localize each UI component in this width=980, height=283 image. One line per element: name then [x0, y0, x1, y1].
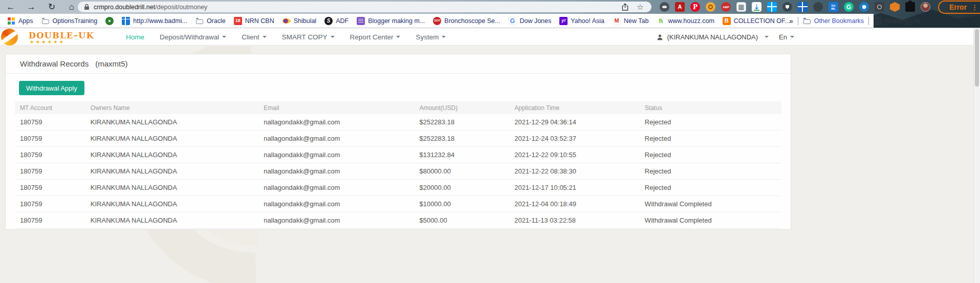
cell-application-time: 2021-12-17 10:05:21: [509, 180, 640, 196]
other-bookmarks-button[interactable]: Other Bookmarks: [803, 17, 864, 25]
bookmark-item[interactable]: h www.houzz.com: [653, 15, 718, 27]
bookmark-star-icon[interactable]: ☆: [635, 2, 645, 12]
shield-extension-icon[interactable]: [782, 2, 792, 12]
bookmarks-bar-right: » Other Bookmarks Reading List: [789, 14, 920, 28]
reading-list-button[interactable]: Reading List: [874, 17, 920, 25]
scrollbar-thumb[interactable]: [975, 29, 979, 86]
cell-status: Rejected: [640, 180, 781, 196]
nav-label: Home: [126, 33, 144, 41]
cell-mt-account: 180759: [15, 196, 85, 212]
cell-status: Rejected: [640, 147, 781, 163]
gmail-m-icon: M: [613, 17, 621, 25]
col-header-owners-name: Owners Name: [85, 101, 259, 114]
share-icon[interactable]: [620, 2, 630, 12]
bookmark-label: www.houzz.com: [668, 17, 714, 25]
cell-owners-name: KIRANKUMA NALLAGONDA: [85, 180, 259, 196]
cell-email: nallagondakk@gmail.com: [258, 180, 414, 196]
bookmark-item[interactable]: y! Yahoo! Asia: [555, 15, 608, 27]
browser-toolbar: ← → ↻ ⌂ crmpro.doubledrill.net/deposit/o…: [0, 0, 980, 14]
key-extension-icon[interactable]: [706, 2, 715, 12]
divider: [0, 28, 980, 28]
bookmark-label: ADF: [336, 17, 349, 25]
address-bar[interactable]: crmpro.doubledrill.net/deposit/outmoney …: [78, 2, 651, 12]
bluegrid-extension-icon[interactable]: [798, 2, 808, 12]
camera-extension-icon[interactable]: [875, 2, 884, 12]
table-row: 180759KIRANKUMA NALLAGONDAnallagondakk@g…: [15, 114, 781, 130]
reading-list-icon: [874, 17, 881, 25]
bookmark-item[interactable]: DOT Bronchoscope Se...: [429, 15, 504, 27]
avatar-extension-icon[interactable]: [921, 2, 930, 12]
bookmark-item[interactable]: OptionsTraining: [37, 15, 102, 27]
darkglobe-extension-icon[interactable]: [813, 2, 823, 12]
cell-owners-name: KIRANKUMA NALLAGONDA: [85, 147, 259, 163]
grammarly-extension-icon[interactable]: G: [844, 2, 854, 12]
cell-status: Rejected: [640, 130, 781, 147]
bookmark-item[interactable]: S ADF: [320, 15, 353, 27]
green-cam-icon: [105, 17, 114, 25]
bookmark-item[interactable]: G Dow Jones: [504, 15, 555, 27]
home-icon[interactable]: ⌂: [65, 1, 78, 13]
header-right: (KIRANKUMA NALLAGONDA) En: [657, 28, 794, 46]
bookmarks-overflow-icon[interactable]: »: [789, 17, 793, 25]
puzzle-extension-icon[interactable]: [905, 2, 915, 12]
bookmark-label: Apps: [18, 17, 33, 25]
cell-owners-name: KIRANKUMA NALLAGONDA: [85, 130, 259, 147]
cell-amount-usd: $5000.00: [414, 212, 509, 229]
pinterest-extension-icon[interactable]: P: [690, 2, 700, 12]
box-extension-icon[interactable]: [890, 2, 900, 12]
browser-menu-error-button[interactable]: Error ⋮: [938, 1, 980, 14]
nav-report-center[interactable]: Report Center: [350, 33, 401, 41]
bookmark-item[interactable]: 18 NRN CBN: [230, 15, 278, 27]
cat-extension-icon[interactable]: [660, 2, 669, 12]
calendar-extension-icon[interactable]: ▦: [736, 2, 746, 12]
panel-body: Withdrawal Apply MT AccountOwners NameEm…: [6, 74, 791, 229]
vertical-scrollbar[interactable]: [973, 28, 980, 283]
eye-multicolor-icon: [282, 18, 291, 24]
bookmark-item[interactable]: Apps: [3, 15, 37, 27]
kebab-menu-icon[interactable]: ⋮: [971, 4, 978, 11]
opera-extension-icon[interactable]: [859, 2, 869, 12]
reload-icon[interactable]: ↻: [45, 1, 58, 13]
windows-extension-icon[interactable]: [767, 2, 777, 12]
double-uk-logo-icon: [1, 29, 18, 46]
nav-smart-copy[interactable]: SMART COPY: [282, 33, 335, 41]
abp-extension-icon[interactable]: ABP: [721, 2, 731, 12]
bookmark-item[interactable]: Blogger making m...: [353, 15, 429, 27]
cell-email: nallagondakk@gmail.com: [258, 196, 414, 212]
forward-icon[interactable]: →: [25, 1, 38, 13]
bookmark-item[interactable]: http://www.badmi...: [118, 15, 191, 27]
bookmark-item[interactable]: [101, 15, 118, 27]
cell-application-time: 2021-12-04 00:18:49: [509, 196, 640, 212]
nav-client[interactable]: Client: [242, 33, 267, 41]
col-header-status: Status: [640, 101, 781, 114]
cell-amount-usd: $131232.84: [414, 147, 509, 163]
bookmark-item[interactable]: M New Tab: [608, 15, 652, 27]
user-icon: [657, 34, 663, 40]
cell-email: nallagondakk@gmail.com: [258, 114, 414, 130]
bookmark-label: NRN CBN: [245, 17, 274, 25]
user-menu[interactable]: (KIRANKUMA NALLAGONDA): [657, 33, 769, 41]
back-icon[interactable]: ←: [4, 1, 17, 13]
downloader-extension-icon[interactable]: ⇣: [752, 2, 761, 12]
nav-label: System: [416, 33, 439, 41]
bookmark-item[interactable]: Oracle: [191, 15, 230, 27]
col-header-amount-usd: Amount(USD): [414, 101, 509, 114]
cell-status: Withdrawal Completed: [640, 212, 781, 229]
cell-mt-account: 180759: [15, 147, 85, 163]
bookmark-item[interactable]: B COLLECTION OF...: [718, 15, 794, 27]
bookmark-label: http://www.badmi...: [133, 17, 187, 25]
saml-extension-icon[interactable]: SA ML: [829, 2, 838, 12]
nav-system[interactable]: System: [416, 33, 446, 41]
cell-mt-account: 180759: [15, 130, 85, 147]
bookmark-item[interactable]: Shibulal: [278, 15, 320, 27]
url-domain: crmpro.doubledrill.net: [94, 4, 155, 11]
nav-home[interactable]: Home: [126, 33, 144, 41]
language-menu[interactable]: En: [779, 33, 794, 41]
withdrawal-apply-button[interactable]: Withdrawal Apply: [19, 81, 84, 95]
error-label: Error: [949, 3, 967, 11]
nav-label: Report Center: [350, 33, 394, 41]
col-header-application-time: Application Time: [509, 101, 640, 114]
purple-tile-icon: [357, 17, 365, 25]
redbook-extension-icon[interactable]: A: [675, 2, 685, 12]
nav-deposit-withdrawal[interactable]: Deposit/Withdrawal: [160, 33, 226, 41]
